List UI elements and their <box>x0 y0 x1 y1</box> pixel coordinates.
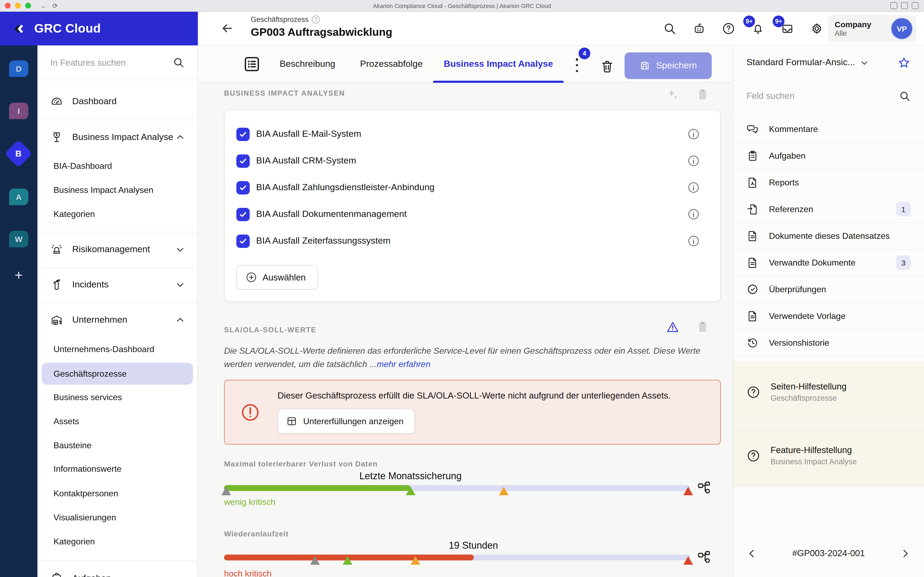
info-icon[interactable] <box>687 155 700 167</box>
ai-sparkles-icon[interactable] <box>666 88 679 101</box>
sidebar-group-risikomanagement[interactable]: Risikomanagement <box>37 236 197 263</box>
more-tabs-kebab-icon[interactable] <box>572 57 582 73</box>
close-window-button[interactable] <box>5 3 11 8</box>
info-icon[interactable] <box>687 181 700 194</box>
mehr-erfahren-link[interactable]: mehr erfahren <box>377 359 430 369</box>
panel-item-verwendete-vorlage[interactable]: Verwendete Vorlage <box>733 303 924 330</box>
checkbox-checked[interactable] <box>236 181 250 194</box>
sidebar-search[interactable] <box>37 45 197 80</box>
next-record-chevron-icon[interactable] <box>900 548 911 559</box>
sidebar-item-unternehmens-dashboard[interactable]: Unternehmens-Dashboard <box>37 339 197 360</box>
sidebar-item-dashboard[interactable]: Dashboard <box>37 87 197 116</box>
workspace-item-d[interactable]: D <box>9 60 28 77</box>
untererfuellungen-anzeigen-button[interactable]: Untererfüllungen anzeigen <box>278 409 415 434</box>
sidebar-item-business-impact-analysen[interactable]: Business Impact Analysen <box>37 179 197 201</box>
add-workspace-button[interactable]: + <box>0 267 37 284</box>
browser-back-icon[interactable]: ← <box>40 2 47 9</box>
workspace-item-b-active[interactable]: B <box>5 140 32 168</box>
slider-marker[interactable] <box>406 487 415 495</box>
sidebar-search-input[interactable] <box>50 57 157 68</box>
panel-item-versionshistorie[interactable]: Versionshistorie <box>733 330 924 356</box>
panel-item-aufgaben[interactable]: Aufgaben <box>733 143 924 169</box>
clipboard-icon[interactable] <box>696 321 709 334</box>
panel-item-ueberpruefungen[interactable]: Überprüfungen <box>733 276 924 303</box>
delete-trash-icon[interactable] <box>600 59 614 74</box>
feature-hilfestellung-item[interactable]: Feature-Hilfestellung Business Impact An… <box>733 425 924 487</box>
checkbox-checked[interactable] <box>236 127 250 141</box>
slider-marker[interactable] <box>683 487 693 495</box>
sidebar-item-informationswerte[interactable]: Informationswerte <box>37 458 197 480</box>
search-icon[interactable] <box>173 56 184 68</box>
asset-hierarchy-icon[interactable] <box>697 550 711 564</box>
workspace-item-w[interactable]: W <box>9 231 28 247</box>
sidebar-item-bausteine[interactable]: Bausteine <box>37 435 197 456</box>
sidebar-group-business-impact-analyse[interactable]: Business Impact Analyse <box>37 124 197 151</box>
notifications-bell-icon[interactable]: 9+ <box>751 22 765 35</box>
workspace-item-a[interactable]: A <box>9 189 28 205</box>
info-icon[interactable] <box>687 128 700 140</box>
titlebar-tool-icon[interactable] <box>912 2 919 9</box>
tab-beschreibung[interactable]: Beschreibung <box>277 45 338 83</box>
zoom-window-button[interactable] <box>25 3 31 8</box>
checkbox-checked[interactable] <box>236 208 250 221</box>
sidebar-item-kategorien-unternehmen[interactable]: Kategorien <box>37 531 197 553</box>
favorite-star-icon[interactable] <box>897 56 911 69</box>
slider-marker[interactable] <box>221 487 231 495</box>
auswaehlen-button[interactable]: Auswählen <box>236 265 318 290</box>
help-icon[interactable]: ? <box>312 16 320 24</box>
search-icon[interactable] <box>663 22 677 35</box>
sidebar-item-visualisierungen[interactable]: Visualisierungen <box>37 507 197 529</box>
checkbox-checked[interactable] <box>236 234 250 248</box>
sidebar-item-business-services[interactable]: Business services <box>37 387 197 408</box>
panel-item-reports[interactable]: Reports <box>733 169 924 196</box>
sidebar-group-unternehmen[interactable]: Unternehmen <box>37 307 197 334</box>
sidebar-group-incidents[interactable]: Incidents <box>37 271 197 298</box>
asset-hierarchy-icon[interactable] <box>697 480 711 495</box>
sidebar-item-kategorien[interactable]: Kategorien <box>37 203 197 225</box>
workspace-item-i[interactable]: I <box>9 103 28 119</box>
slider-marker[interactable] <box>410 556 420 565</box>
panel-item-referenzen[interactable]: Referenzen 1 <box>733 196 924 223</box>
settings-gear-icon[interactable] <box>810 22 824 35</box>
info-icon[interactable] <box>687 208 700 221</box>
field-search-input[interactable] <box>746 91 864 101</box>
sidebar-item-bia-dashboard[interactable]: BIA-Dashboard <box>37 155 197 177</box>
back-arrow-icon[interactable] <box>220 21 234 35</box>
search-icon[interactable] <box>899 90 911 102</box>
warning-triangle-icon[interactable] <box>666 321 679 334</box>
user-avatar[interactable]: VP <box>890 17 913 40</box>
clipboard-icon[interactable] <box>696 88 709 101</box>
titlebar-tool-icon[interactable] <box>890 2 897 9</box>
sidebar-item-kontaktpersonen[interactable]: Kontaktpersonen <box>37 483 197 504</box>
info-icon[interactable] <box>687 235 700 247</box>
slider-track[interactable] <box>224 485 690 491</box>
form-view-icon[interactable] <box>243 55 261 73</box>
panel-item-dokumente-dieses-datensatzes[interactable]: Dokumente dieses Datensatzes <box>733 223 924 250</box>
panel-item-verwandte-dokumente[interactable]: Verwandte Dokumente 3 <box>733 250 924 276</box>
slider-marker[interactable] <box>683 556 693 565</box>
panel-item-kommentare[interactable]: Kommentare <box>733 116 924 143</box>
browser-reload-icon[interactable]: ⟳ <box>52 2 58 9</box>
error-exclamation-icon <box>241 403 260 422</box>
slider-marker[interactable] <box>310 556 320 565</box>
company-selector[interactable]: Company Alle VP <box>828 15 916 42</box>
checkbox-checked[interactable] <box>236 154 250 168</box>
titlebar-tool-icon[interactable] <box>901 2 908 9</box>
form-view-selector[interactable]: Standard Formular-Ansic... <box>733 45 924 80</box>
save-button[interactable]: Speichern <box>625 52 712 79</box>
inbox-icon[interactable]: 9+ <box>781 22 794 35</box>
slider-track[interactable] <box>224 554 690 561</box>
sidebar-group-aufgaben[interactable]: Aufgaben <box>37 565 197 577</box>
slider-marker[interactable] <box>343 556 352 565</box>
tab-business-impact-analyse-active[interactable]: Business Impact Analyse <box>433 45 564 83</box>
seiten-hilfestellung-item[interactable]: Seiten-Hilfestellung Geschäftsprozesse <box>733 361 924 423</box>
previous-record-chevron-icon[interactable] <box>746 548 757 559</box>
assistant-bot-icon[interactable] <box>693 22 706 35</box>
minimize-window-button[interactable] <box>15 3 21 8</box>
sidebar-item-assets[interactable]: Assets <box>37 411 197 432</box>
field-search[interactable] <box>733 80 924 112</box>
sidebar-item-geschaeftsprozesse-selected[interactable]: Geschäftsprozesse <box>37 363 197 385</box>
help-circle-icon[interactable] <box>722 22 735 35</box>
tab-prozessabfolge[interactable]: Prozessabfolge <box>355 45 428 83</box>
slider-marker[interactable] <box>499 487 509 495</box>
